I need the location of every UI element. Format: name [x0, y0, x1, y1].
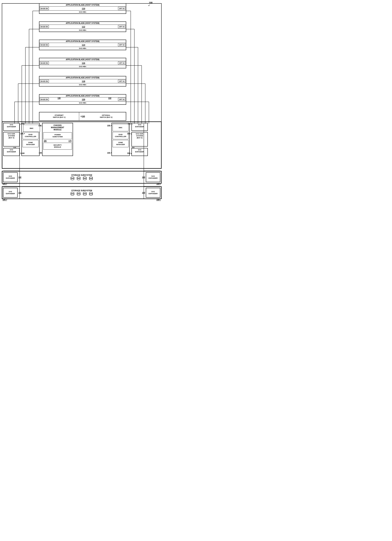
- disk7: [83, 192, 87, 196]
- optional-switch: OPTIONALSWITCH (BAY 2): [87, 112, 126, 120]
- storage2-label: STORAGE SUBSYSTEM: [71, 190, 92, 192]
- blade-title-112: APPLICATION BLADE (HOST SYSTEM): [39, 22, 126, 25]
- base-en-118: BASE EN: [40, 80, 49, 83]
- bmc-right-label: BMC: [119, 127, 122, 129]
- storage2-center: STORAGE SUBSYSTEM: [22, 190, 142, 196]
- ref-159: 159↗: [107, 152, 112, 154]
- power-subsystem-label: POWERSUBSYSTEM: [52, 134, 63, 138]
- switch-num: 160: [82, 115, 85, 117]
- svg-point-11: [83, 178, 87, 180]
- ref-170: 170: [68, 140, 71, 142]
- storage2-sas-right: SASEXPANDER: [146, 188, 160, 198]
- storage2-disks: [69, 192, 94, 196]
- sas-subsystem-right-label: SAS SUB-SYSTEM(BAY 4): [132, 132, 148, 139]
- base-en-114: BASE EN: [40, 43, 49, 46]
- raid-right: RAIDCONTROLLER: [112, 132, 128, 139]
- blade-num-110: 110: [49, 6, 118, 10]
- sas-expander-left-top: SASEXPANDER: [3, 123, 20, 131]
- storage1-sas-left: SASEXPANDER: [3, 172, 18, 182]
- sas-expander-right-top-label: SASEXPANDER: [132, 123, 148, 128]
- security-module: SECURITYMODULE: [43, 143, 72, 150]
- ref-180: 180: [142, 176, 145, 178]
- chassis-mgmt-box: CHASSISMANAGEMENTMODULE POWERSUBSYSTEM 1…: [42, 123, 73, 156]
- app-blade-112: APPLICATION BLADE (HOST SYSTEM) BASE EN …: [39, 21, 126, 32]
- svg-point-23: [77, 194, 80, 195]
- sas-hba-112: SAS HBA: [39, 29, 126, 32]
- sas-subsystem-right: SAS SUB-SYSTEM(BAY 4): [132, 132, 148, 146]
- blade-title-110: APPLICATION BLADE (HOST SYSTEM): [39, 4, 126, 6]
- storage-subsystem-2-outer: SASEXPANDER 192 STORAGE SUBSYSTEM 19: [2, 186, 162, 199]
- blade-num-114: 114: [49, 43, 118, 47]
- sas-expander-left-bot: SASEXPANDER: [3, 148, 20, 156]
- storage2-sas-left-label: SASEXPANDER: [6, 191, 15, 195]
- bmc-right: BMC: [112, 124, 128, 131]
- svg-point-24: [83, 192, 87, 194]
- ref-196: 196↖: [156, 199, 161, 201]
- disk1: [71, 177, 74, 181]
- switch-row: ETHERNETSWITCH (BAY 1) ≡160 OPTIONALSWIT…: [39, 112, 126, 121]
- storage-subsystem-1-outer: SASEXPANDER 182 STORAGE SUBSYSTEM: [2, 171, 162, 184]
- disk4: [89, 177, 93, 181]
- app-blade-114: APPLICATION BLADE (HOST SYSTEM) BASE EN …: [39, 40, 126, 50]
- storage1-sas-left-label: SASEXPANDER: [6, 175, 15, 179]
- blade-num-132: 132: [108, 97, 111, 99]
- storage1-sas-right-label: SASEXPANDER: [148, 175, 158, 179]
- ethernet-switch: ETHERNETSWITCH (BAY 1): [39, 112, 79, 120]
- ref-156: 156↘: [127, 133, 132, 135]
- power-subsystem: POWERSUBSYSTEM: [43, 132, 72, 139]
- storage2-sas-right-label: SASEXPANDER: [148, 191, 158, 195]
- ref-186: 186↖: [156, 183, 161, 185]
- storage2-sas-left: SASEXPANDER: [3, 188, 18, 198]
- zone-left-label: ZONEMANAGER: [26, 142, 35, 146]
- raid-left-label: RAIDCONTROLLER: [25, 134, 36, 138]
- app-blade-110: APPLICATION BLADE (HOST SYSTEM) BASE EN …: [39, 3, 126, 14]
- svg-point-19: [71, 194, 74, 195]
- svg-point-12: [89, 177, 93, 178]
- switch-separator: ≡160: [79, 112, 87, 120]
- disk5: [71, 192, 74, 196]
- svg-point-28: [89, 192, 93, 194]
- svg-point-20: [77, 192, 80, 194]
- sas-subsystem-left-label: SAS SUB-SYSTEM(BAY 3): [4, 132, 19, 139]
- ref-192: 192: [18, 192, 21, 194]
- blade-num-112: 112: [49, 25, 118, 29]
- disk3: [83, 177, 87, 181]
- app-blade-116: APPLICATION BLADE (HOST SYSTEM) BASE EN …: [39, 58, 126, 68]
- ref-154: 154↘: [127, 152, 132, 154]
- storage1-center: STORAGE SUBSYSTEM: [22, 174, 142, 181]
- blade-title-120: APPLICATION BLADE (HOST SYSTEM): [39, 94, 126, 97]
- diagram: 100 ↙ APPLICATION BLADE (HOST SYSTEM) BA…: [0, 0, 163, 218]
- inner-left-panel: BMC 148↗ RAIDCONTROLLER ZONEMANAGER 149↗: [21, 123, 40, 156]
- bmc-left-label: BMC: [30, 127, 34, 129]
- ref-158: 158↗: [107, 125, 112, 127]
- security-module-label: SECURITYMODULE: [53, 144, 62, 148]
- disk2: [77, 177, 81, 181]
- ref-184: 184↗: [3, 183, 7, 185]
- zone-right: ZONEMANAGER: [112, 140, 128, 147]
- storage1-disks: [69, 177, 94, 181]
- svg-point-16: [71, 192, 74, 194]
- sas-expander-right-bot: SASEXPANDER: [132, 148, 148, 156]
- sas-subsystem-left: SAS SUB-SYSTEM(BAY 3): [3, 132, 20, 146]
- base-en-116: BASE EN: [40, 62, 49, 65]
- app-blade-118: APPLICATION BLADE (HOST SYSTEM) BASE EN …: [39, 76, 126, 87]
- storage1-label: STORAGE SUBSYSTEM: [71, 174, 92, 176]
- sas-expander-left-bot-label: SASEXPANDER: [4, 148, 19, 153]
- svg-point-8: [83, 177, 87, 178]
- blade-title-116: APPLICATION BLADE (HOST SYSTEM): [39, 58, 126, 61]
- base-en-112: BASE EN: [40, 25, 49, 28]
- sas-expander-left-top-label: SASEXPANDER: [4, 123, 19, 128]
- blade-num-130: 130: [58, 97, 61, 99]
- svg-point-0: [71, 177, 74, 178]
- ref-182: 182: [18, 176, 21, 178]
- disk8: [89, 192, 93, 196]
- base-en-110: BASE EN: [40, 7, 49, 10]
- sas-hba-116: SAS HBA: [39, 65, 126, 68]
- zone-left: ZONEMANAGER: [22, 140, 39, 147]
- sas-hba-120: SAS HBA: [39, 101, 126, 104]
- storage1-sas-right: SASEXPANDER: [146, 172, 160, 182]
- bmc-left: BMC: [23, 125, 40, 132]
- svg-point-7: [77, 178, 80, 180]
- sas-expander-right-top: SASEXPANDER: [132, 123, 148, 131]
- svg-point-15: [89, 178, 93, 180]
